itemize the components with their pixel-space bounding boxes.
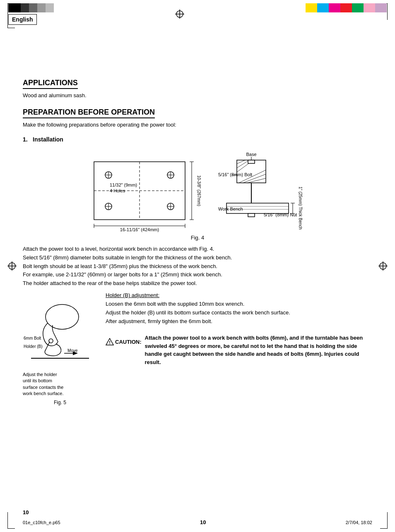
step1-item: 1. Installation — [23, 132, 372, 145]
footer-date: 2/7/04, 18:02 — [346, 520, 372, 525]
svg-text:Move: Move — [67, 348, 78, 353]
color-swatch-magenta — [329, 3, 340, 12]
color-swatch-green — [352, 3, 364, 12]
caution-text: Attach the power tool to a work bench wi… — [145, 334, 372, 366]
step1-title: Installation — [33, 136, 63, 143]
caution-text-strong: Attach the power tool to a work bench wi… — [145, 335, 363, 365]
holder-line-1: Loosen the 6mm bolt with the supplied 10… — [106, 300, 372, 309]
left-side-crosshair — [7, 261, 17, 271]
color-swatch-dark — [21, 3, 29, 12]
page-header: English — [0, 0, 395, 25]
svg-text:5/16" (8mm) Bolt: 5/16" (8mm) Bolt — [218, 172, 252, 177]
lower-section: 6mm Bolt Holder (B) Move Adjust the hold… — [23, 292, 372, 405]
svg-point-53 — [49, 339, 53, 343]
instruction-line-1: Attach the power tool to a level, horizo… — [23, 245, 372, 254]
left-crosshair-icon — [7, 261, 17, 271]
svg-line-31 — [237, 160, 245, 164]
color-bar-left — [8, 3, 54, 12]
fig5-text-area: Holder (B) adjustment: Loosen the 6mm bo… — [106, 292, 372, 366]
svg-text:11/32" (9mm): 11/32" (9mm) — [110, 182, 137, 187]
color-swatch-yellow — [306, 3, 317, 12]
fig4-left-diagram: 16-11/16" (424mm) 10-3/8" (267mm) 11/32"… — [86, 149, 202, 232]
color-swatch-lavender — [375, 3, 387, 12]
instruction-block: Attach the power tool to a level, horizo… — [23, 245, 372, 288]
crosshair-icon — [175, 10, 184, 19]
page-number: 10 — [200, 519, 206, 525]
right-crosshair-icon — [378, 261, 388, 271]
fig5-svg: 6mm Bolt Holder (B) Move — [23, 292, 95, 371]
svg-text:Holder (B): Holder (B) — [24, 344, 43, 349]
instruction-line-2: Select 5/16" (8mm) diameter bolts suitab… — [23, 254, 372, 262]
caution-label-area: ! CAUTION: — [106, 334, 142, 345]
spacer-top — [23, 29, 372, 79]
color-swatch-light — [37, 3, 46, 12]
fig4-caption: Fig. 4 — [191, 235, 205, 241]
svg-text:Base: Base — [246, 152, 256, 157]
page: English — [0, 0, 395, 532]
svg-line-36 — [247, 178, 266, 183]
header-right — [306, 3, 387, 13]
preparation-section: PREPARATION BEFORE OPERATION Make the fo… — [23, 108, 372, 405]
applications-section: APPLICATIONS Wood and aluminum sash. — [23, 79, 372, 100]
header-left: English — [8, 3, 54, 25]
fig5-caption: Fig. 5 — [23, 400, 97, 405]
caution-block: ! CAUTION: Attach the power tool to a wo… — [106, 330, 372, 366]
caution-triangle-icon: ! — [106, 338, 114, 345]
color-swatch-pink — [364, 3, 375, 12]
caution-label-text: CAUTION: — [115, 339, 142, 345]
svg-text:1" (25mm) Thick Bench: 1" (25mm) Thick Bench — [298, 187, 303, 230]
holder-line-3: After adjustment, firmly tighten the 6mm… — [106, 317, 372, 326]
right-side-crosshair — [378, 261, 388, 271]
svg-text:!: ! — [109, 340, 111, 345]
svg-rect-38 — [248, 160, 255, 163]
svg-text:6mm Bolt: 6mm Bolt — [24, 336, 41, 340]
preparation-intro: Make the following preparations before o… — [23, 121, 372, 129]
fig4-left-svg: 16-11/16" (424mm) 10-3/8" (267mm) 11/32"… — [86, 149, 202, 232]
instruction-line-3: Bolt length should be at least 1-3/8" (3… — [23, 262, 372, 271]
footer-file: 01e_c10fch_e.p65 — [23, 520, 60, 525]
holder-line-2: Adjust the holder (B) until its bottom s… — [106, 309, 372, 317]
language-label: English — [8, 14, 37, 25]
instruction-line-4: For example, use 2-11/32" (60mm) or larg… — [23, 271, 372, 279]
color-swatch-cyan — [317, 3, 329, 12]
svg-text:Work Bench: Work Bench — [218, 206, 243, 211]
fig5-area: 6mm Bolt Holder (B) Move Adjust the hold… — [23, 292, 97, 405]
svg-point-51 — [46, 304, 79, 329]
diagram-row: 16-11/16" (424mm) 10-3/8" (267mm) 11/32"… — [23, 149, 372, 232]
color-swatch-red — [340, 3, 352, 12]
color-swatch-black — [8, 3, 21, 12]
svg-text:5/16" (8mm) Nut: 5/16" (8mm) Nut — [264, 212, 297, 217]
holder-adj-title: Holder (B) adjustment: — [106, 292, 372, 298]
color-swatch-lighter — [46, 3, 54, 12]
applications-text: Wood and aluminum sash. — [23, 91, 372, 100]
page-footer: 01e_c10fch_e.p65 10 2/7/04, 18:02 — [0, 519, 395, 525]
page-num-bottom-left: 10 — [23, 509, 29, 515]
svg-rect-42 — [248, 213, 255, 217]
applications-heading: APPLICATIONS — [23, 79, 78, 89]
svg-text:4 Holes: 4 Holes — [110, 188, 125, 193]
color-swatch-mid — [29, 3, 37, 12]
svg-text:10-3/8" (267mm): 10-3/8" (267mm) — [197, 175, 201, 206]
svg-line-32 — [237, 160, 249, 168]
fig4-right-diagram: Base — [214, 149, 309, 232]
main-content: APPLICATIONS Wood and aluminum sash. PRE… — [0, 29, 395, 426]
svg-text:16-11/16" (424mm): 16-11/16" (424mm) — [120, 227, 159, 232]
holder-adj-lines: Loosen the 6mm bolt with the supplied 10… — [106, 300, 372, 326]
step1-number: 1. — [23, 136, 31, 143]
fig5-adjust-label: Adjust the holderuntil its bottomsurface… — [23, 372, 63, 396]
header-center-crosshair — [175, 3, 184, 19]
preparation-heading: PREPARATION BEFORE OPERATION — [23, 108, 155, 118]
fig4-right-svg: Base — [214, 149, 309, 232]
color-bar-right — [306, 3, 387, 12]
instruction-line-5: The holder attached to the rear of the b… — [23, 279, 372, 288]
fig5-adjust-text: Adjust the holderuntil its bottomsurface… — [23, 371, 97, 397]
fig4-caption-container: Fig. 4 — [23, 235, 372, 241]
